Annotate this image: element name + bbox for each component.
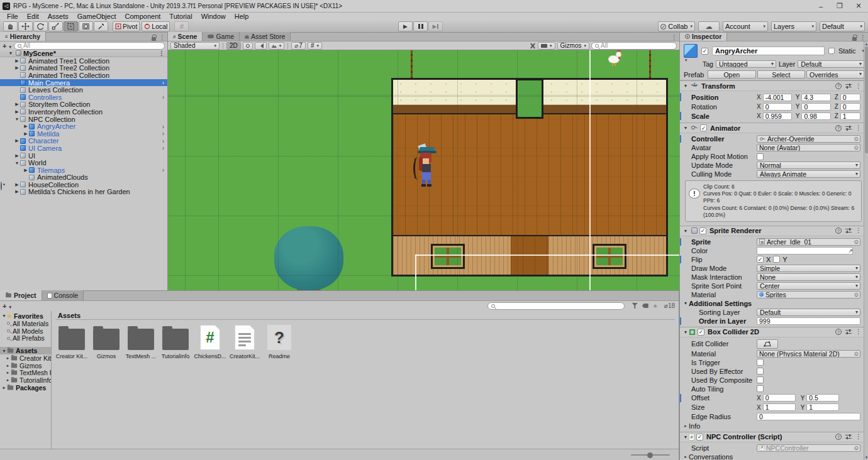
grid-snap-button[interactable]: # <box>174 21 189 31</box>
rotation-x-field[interactable]: 0 <box>763 103 792 111</box>
hierarchy-item-npc-collection[interactable]: ▼NPC Collection <box>0 116 167 123</box>
sprite-renderer-enabled-checkbox[interactable]: ✓ <box>699 227 706 234</box>
camera-settings-dropdown[interactable]: ▾ <box>538 42 555 50</box>
search-by-label-icon[interactable] <box>642 304 648 308</box>
scene-tools-icon[interactable] <box>529 43 536 49</box>
component-menu-icon[interactable]: ⋮ <box>855 125 862 131</box>
foldout-icon[interactable]: ▶ <box>14 65 20 70</box>
composite-checkbox[interactable] <box>757 376 764 383</box>
script-object-field[interactable]: #NPCController⊙ <box>757 444 860 452</box>
scene-panel-menu-icon[interactable]: ⋮ <box>671 35 677 41</box>
edit-collider-button[interactable] <box>757 339 778 349</box>
layer-dropdown[interactable]: Default <box>798 60 864 68</box>
hierarchy-item-storyitem-collection[interactable]: ▶StoryItem Collection <box>0 101 167 109</box>
project-tree-packages[interactable]: ▸Packages <box>0 384 51 392</box>
help-icon[interactable]: ? <box>835 329 842 335</box>
hierarchy-item-housecollection[interactable]: ▶HouseCollection <box>0 181 167 189</box>
transform-tool-button[interactable] <box>79 21 93 31</box>
rotate-tool-button[interactable] <box>33 21 48 31</box>
favorites-star-icon[interactable]: ★ <box>653 303 658 309</box>
project-tree-favorites[interactable]: ▼★Favorites <box>0 312 51 320</box>
position-y-field[interactable]: 4.3 <box>801 94 830 101</box>
project-tree-tutorialinfo[interactable]: ▸TutorialInfo <box>0 376 51 384</box>
scale-z-field[interactable]: 1 <box>840 112 860 120</box>
physics-material-field[interactable]: None (Physics Material 2D)⊙ <box>757 350 860 358</box>
help-icon[interactable]: ? <box>835 227 842 234</box>
color-swatch[interactable] <box>757 247 853 255</box>
gizmos-dropdown[interactable]: Gizmos▾ <box>557 42 589 50</box>
menu-help[interactable]: Help <box>230 13 253 21</box>
mask-interaction-dropdown[interactable]: None <box>757 273 860 281</box>
hidden-objects-toggle[interactable]: ⌀7 <box>291 42 306 50</box>
static-checkbox[interactable] <box>828 48 835 54</box>
asset-creatorkit[interactable]: CreatorKit... <box>231 325 259 359</box>
project-tree-all-prefabs[interactable]: All Prefabs <box>0 334 51 342</box>
tab-hierarchy[interactable]: ≡Hierarchy <box>0 32 46 41</box>
foldout-icon[interactable]: ▶ <box>14 138 20 143</box>
scene-menu-icon[interactable]: ⋮ <box>159 50 165 57</box>
tab-console[interactable]: Console <box>42 290 84 300</box>
project-tree-all-models[interactable]: All Models <box>0 327 51 335</box>
foldout-icon[interactable]: ▼ <box>14 161 20 165</box>
foldout-icon[interactable]: ▶ <box>14 153 20 158</box>
custom-tool-button[interactable] <box>94 21 108 31</box>
transform-header[interactable]: ▼ Transform ?⋮ <box>680 80 868 91</box>
menu-assets[interactable]: Assets <box>43 13 73 21</box>
foldout-icon[interactable]: ▶ <box>14 102 20 107</box>
scale-y-field[interactable]: 0.98 <box>801 112 830 120</box>
preset-icon[interactable] <box>845 228 852 233</box>
collab-button[interactable]: ✓Collab▾ <box>658 21 695 31</box>
offset-x-field[interactable]: 0 <box>763 394 796 402</box>
asset-gizmos[interactable]: Gizmos <box>92 325 120 359</box>
avatar-object-field[interactable]: None (Avatar)⊙ <box>757 144 860 151</box>
hierarchy-item-inventoryitem-collection[interactable]: ▶InventoryItem Collection <box>0 108 167 116</box>
preset-icon[interactable] <box>845 329 852 334</box>
hierarchy-item-angryarcher[interactable]: ▶AngryArcher› <box>0 123 167 130</box>
menu-file[interactable]: File <box>3 13 23 21</box>
hierarchy-item-controllers[interactable]: Controllers› <box>0 94 167 101</box>
hand-tool-button[interactable] <box>3 21 18 31</box>
project-tree-creator-kit[interactable]: ▸Creator Kit - <box>0 354 51 362</box>
tab-game[interactable]: Game <box>203 32 240 41</box>
lock-icon[interactable] <box>852 37 857 41</box>
foldout-icon[interactable]: ▶ <box>23 131 29 136</box>
foldout-icon[interactable]: ▶ <box>14 189 20 194</box>
asset-readme[interactable]: ?Readme <box>265 325 293 359</box>
grid-visibility-dropdown[interactable]: #▾ <box>308 42 322 50</box>
play-button[interactable]: ▶ <box>398 21 413 31</box>
tag-dropdown[interactable]: Untagged <box>716 60 776 68</box>
prefab-chevron-icon[interactable]: › <box>162 138 164 145</box>
help-icon[interactable]: ? <box>835 434 842 440</box>
scene-search-input[interactable]: All <box>591 42 677 50</box>
2d-toggle[interactable]: 2D <box>226 42 241 50</box>
hierarchy-item-animatedclouds[interactable]: AnimatedClouds <box>0 174 167 182</box>
lock-icon[interactable] <box>152 37 156 41</box>
inspector-menu-icon[interactable]: ⋮ <box>860 35 866 41</box>
draw-mode-dropdown[interactable]: Simple <box>757 265 860 272</box>
effects-dropdown[interactable]: ▾ <box>269 42 285 50</box>
order-in-layer-field[interactable]: 999 <box>757 317 860 325</box>
eyedropper-icon[interactable]: ↗ <box>848 248 853 254</box>
scene-foldout-icon[interactable]: ▼ <box>8 51 14 55</box>
position-x-field[interactable]: -4.001 <box>763 94 792 101</box>
account-button[interactable]: Account▾ <box>723 21 768 31</box>
preset-icon[interactable] <box>845 434 852 439</box>
project-tree-textmesh-p[interactable]: ▸TextMesh P <box>0 370 51 377</box>
effector-checkbox[interactable] <box>757 368 764 375</box>
hierarchy-item-ui[interactable]: ▶UI <box>0 152 167 160</box>
shading-dropdown[interactable]: Shaded▾ <box>170 42 220 50</box>
prefab-chevron-icon[interactable]: › <box>162 123 164 130</box>
conversations-foldout[interactable]: ▸Conversations <box>680 452 868 460</box>
cloud-button[interactable]: ☁ <box>698 21 720 31</box>
component-menu-icon[interactable]: ⋮ <box>855 329 862 335</box>
tab-inspector[interactable]: iInspector <box>680 33 727 41</box>
auto-tiling-checkbox[interactable] <box>757 385 764 392</box>
hierarchy-item-animated-tree2-collection[interactable]: ▶Animated Tree2 Collection <box>0 65 167 72</box>
box-collider-header[interactable]: ▼ ✓ Box Collider 2D ?⋮ <box>680 327 868 337</box>
rotation-z-field[interactable]: 0 <box>840 103 860 111</box>
sorting-layer-dropdown[interactable]: Default <box>757 309 860 316</box>
search-by-type-icon[interactable] <box>632 303 638 309</box>
npc-controller-header[interactable]: ▼ # ✓ NPC Controller (Script) ?⋮ <box>680 432 868 442</box>
hierarchy-menu-icon[interactable]: ⋮ <box>159 35 165 41</box>
minimize-button[interactable]: – <box>811 1 830 12</box>
